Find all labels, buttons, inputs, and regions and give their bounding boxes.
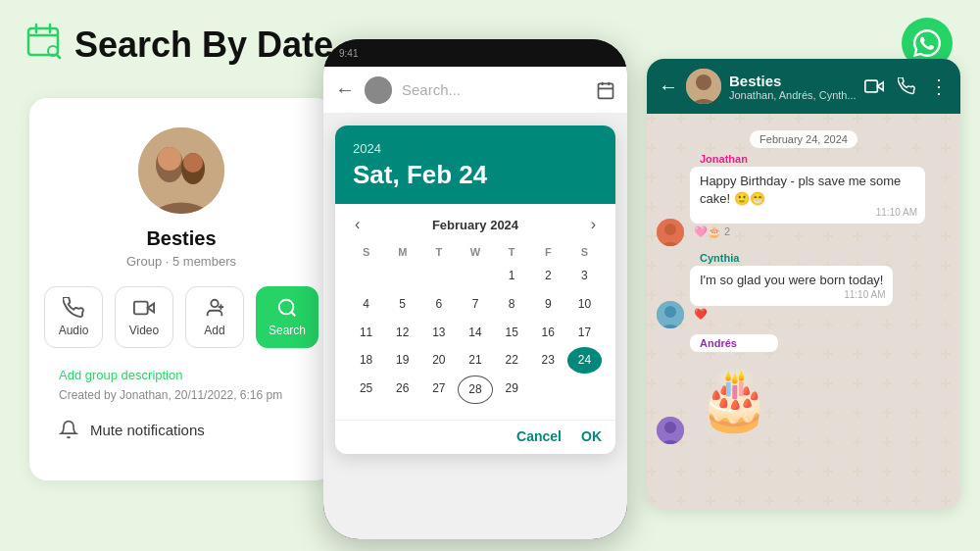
calendar-actions: Cancel OK	[335, 420, 615, 454]
cynthia-message: Cynthia I'm so glad you were born today!…	[690, 252, 893, 320]
calendar-day-header: F	[531, 243, 565, 261]
cancel-button[interactable]: Cancel	[516, 428, 562, 444]
chat-back-button[interactable]: ←	[659, 75, 678, 98]
ok-button[interactable]: OK	[581, 428, 602, 444]
search-button[interactable]: Search	[256, 286, 318, 348]
audio-label: Audio	[59, 324, 89, 337]
cynthia-message-row: Cynthia I'm so glad you were born today!…	[657, 252, 951, 327]
calendar-day[interactable]: 8	[495, 291, 529, 318]
audio-button[interactable]: Audio	[44, 286, 103, 348]
jonathan-message-reactions: 🩷🎂 2	[690, 225, 925, 238]
jonathan-message-row: Jonathan Happy Birthday - pls save me so…	[657, 153, 951, 246]
next-month-button[interactable]: ›	[585, 214, 602, 235]
phone-panel: 9:41 ← Search... 2024 Sat, Feb 24	[323, 39, 627, 539]
calendar-day[interactable]: 10	[567, 291, 602, 318]
calendar-day-header: W	[458, 243, 492, 261]
calendar-header: 2024 Sat, Feb 24	[335, 125, 615, 204]
calendar-icon-right[interactable]	[596, 80, 615, 100]
calendar-day[interactable]: 14	[458, 320, 492, 346]
calendar-day[interactable]: 12	[385, 320, 419, 346]
svg-point-28	[664, 224, 676, 235]
video-button[interactable]: Video	[115, 286, 173, 348]
svg-rect-19	[599, 83, 613, 98]
svg-point-13	[211, 300, 218, 307]
calendar-day[interactable]: 15	[495, 320, 529, 346]
phone-icon	[63, 297, 84, 319]
calendar-day[interactable]: 17	[567, 320, 602, 346]
video-icon	[133, 297, 155, 319]
calendar-day[interactable]: 28	[458, 376, 492, 404]
calendar-day[interactable]: 20	[421, 347, 456, 374]
search-icon	[276, 297, 298, 319]
jonathan-sender-name: Jonathan	[690, 153, 925, 165]
svg-point-24	[696, 75, 711, 90]
calendar-day	[421, 263, 456, 289]
calendar-day[interactable]: 22	[495, 347, 529, 374]
jonathan-message-time: 11:10 AM	[876, 206, 917, 220]
calendar-day[interactable]: 11	[349, 320, 383, 346]
calendar-day[interactable]: 7	[458, 291, 492, 318]
calendar-day[interactable]: 21	[458, 347, 492, 374]
calendar-day[interactable]: 5	[385, 291, 419, 318]
calendar-day[interactable]: 26	[385, 376, 419, 404]
calendar-day[interactable]: 29	[495, 376, 529, 404]
phone-call-icon[interactable]	[898, 77, 915, 95]
chat-actions: ⋮	[864, 75, 949, 98]
calendar-search-icon	[25, 22, 65, 69]
svg-rect-0	[28, 28, 58, 55]
calendar-day	[385, 263, 419, 289]
calendar-date-display: Sat, Feb 24	[353, 160, 598, 190]
calendar-day[interactable]: 3	[567, 263, 602, 289]
calendar-day[interactable]: 9	[531, 291, 565, 318]
calendar-day[interactable]: 27	[421, 376, 456, 404]
andres-sender-name: Andrés	[690, 334, 778, 352]
calendar-day-header: M	[385, 243, 419, 261]
calendar-day[interactable]: 25	[349, 376, 383, 404]
calendar-day[interactable]: 16	[531, 320, 565, 346]
calendar-day-header: S	[567, 243, 602, 261]
svg-point-10	[183, 153, 203, 173]
calendar-day-header: S	[349, 243, 383, 261]
add-button[interactable]: Add	[185, 286, 244, 348]
add-label: Add	[204, 324, 224, 337]
back-icon[interactable]: ←	[335, 78, 355, 101]
chat-name: Besties	[729, 73, 857, 89]
calendar-day[interactable]: 19	[385, 347, 419, 374]
calendar-day[interactable]: 4	[349, 291, 383, 318]
phone-screen: ← Search... 2024 Sat, Feb 24 ‹ February	[323, 67, 627, 539]
group-info-panel: Besties Group · 5 members Audio Video Ad…	[29, 98, 333, 480]
calendar-day[interactable]: 18	[349, 347, 383, 374]
chat-info: Besties Jonathan, Andrés, Cynth...	[729, 73, 857, 101]
andres-sticker: 🎂	[690, 356, 778, 444]
action-buttons-row: Audio Video Add Search	[44, 286, 318, 348]
calendar-day[interactable]: 1	[495, 263, 529, 289]
created-text: Created by Jonathan, 20/11/2022, 6:16 pm	[59, 388, 282, 402]
jonathan-avatar	[657, 219, 684, 246]
group-name: Besties	[146, 227, 216, 250]
chat-messages: February 24, 2024 Jonathan Happy Birthda…	[647, 114, 960, 510]
svg-point-9	[158, 147, 181, 171]
search-placeholder[interactable]: Search...	[402, 81, 586, 98]
prev-month-button[interactable]: ‹	[349, 214, 366, 235]
chat-members: Jonathan, Andrés, Cynth...	[729, 89, 857, 101]
chat-header: ← Besties Jonathan, Andrés, Cynth... ⋮	[647, 59, 960, 114]
calendar-day[interactable]: 6	[421, 291, 456, 318]
more-options-icon[interactable]: ⋮	[929, 75, 949, 98]
cynthia-sender-name: Cynthia	[690, 252, 893, 264]
andres-avatar	[657, 417, 684, 444]
calendar-day-header: T	[495, 243, 529, 261]
date-badge: February 24, 2024	[657, 129, 951, 147]
calendar-day	[349, 263, 383, 289]
chat-avatar	[686, 69, 721, 104]
calendar-day[interactable]: 24	[567, 347, 602, 374]
video-call-icon[interactable]	[864, 76, 884, 96]
calendar-day[interactable]: 2	[531, 263, 565, 289]
calendar-month-label: February 2024	[432, 218, 518, 232]
svg-line-17	[291, 312, 295, 316]
page-title: Search By Date	[74, 25, 333, 66]
svg-point-16	[279, 300, 294, 315]
calendar-day[interactable]: 13	[421, 320, 456, 346]
cynthia-message-content: I'm so glad you were born today! 11:10 A…	[690, 266, 893, 305]
calendar-day[interactable]: 23	[531, 347, 565, 374]
add-description-link[interactable]: Add group description	[59, 368, 182, 382]
